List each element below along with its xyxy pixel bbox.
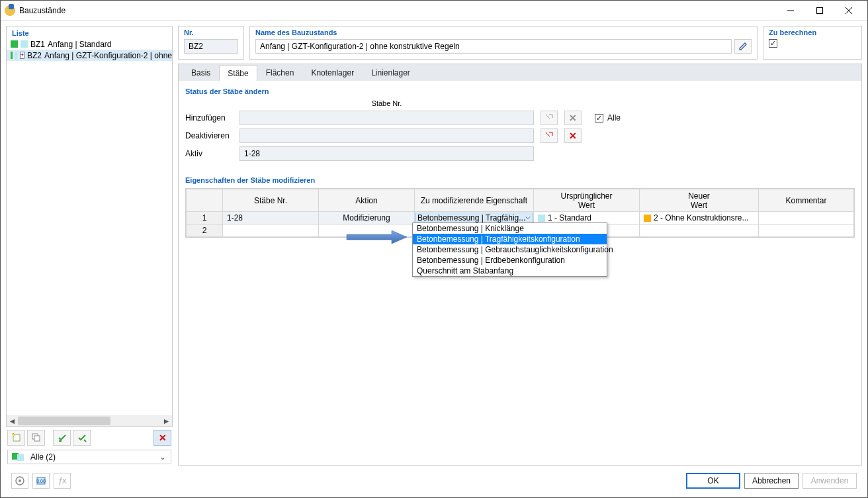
filter-row: Alle (2) ⌄ (6, 448, 173, 466)
clear-add-button[interactable]: ✕ (564, 111, 582, 125)
col-kommentar[interactable]: Kommentar (759, 189, 854, 212)
maximize-button[interactable] (805, 1, 834, 20)
cell-neu[interactable]: 2 - Ohne Konstruktionsre... (640, 212, 759, 224)
cancel-button[interactable]: Abbrechen (744, 473, 799, 489)
add-input[interactable] (239, 111, 534, 125)
status-section-title: Status der Stäbe ändern (185, 87, 855, 95)
row-number: 1 (187, 212, 223, 224)
nr-value: BZ2 (189, 42, 203, 51)
units-button[interactable]: 0,00 (32, 473, 50, 489)
modify-section-title: Eigenschaften der Stäbe modifizieren (185, 176, 855, 184)
filter-label: Alle (2) (30, 452, 56, 462)
window-title: Bauzustände (19, 6, 776, 15)
list-panel-title: Liste (7, 26, 172, 38)
staebe-nr-header: Stäbe Nr. (239, 99, 534, 107)
function-button[interactable]: ƒx (54, 473, 71, 489)
dropdown-option[interactable]: Betonbemessung | Gebrauchstauglichkeitsk… (413, 244, 607, 255)
calc-checkbox[interactable] (769, 39, 777, 48)
tab-knotenlager[interactable]: Knotenlager (302, 64, 363, 81)
pick-deactivate-button[interactable] (541, 128, 558, 143)
property-dropdown[interactable]: Betonbemessung | Tragfähig... (415, 213, 533, 223)
filter-dropdown[interactable]: Alle (2) ⌄ (7, 450, 171, 464)
name-field[interactable]: Anfang | GZT-Konfiguration-2 | ohne kons… (255, 39, 732, 54)
title-bar: Bauzustände (1, 1, 867, 21)
list-item[interactable]: BZ1 Anfang | Standard (7, 38, 172, 50)
column-header-row: Stäbe Nr. (185, 99, 855, 107)
window: Bauzustände Liste BZ1 (0, 0, 868, 498)
check-out-button[interactable] (73, 430, 91, 446)
nr-box: Nr. BZ2 (178, 26, 244, 60)
col-orig[interactable]: UrsprünglicherWert (534, 189, 640, 212)
cell-neu[interactable] (640, 224, 759, 237)
tab-bar: Basis Stäbe Flächen Knotenlager Linienla… (178, 64, 862, 81)
active-label: Aktiv (185, 149, 233, 158)
tab-flaechen[interactable]: Flächen (257, 64, 303, 81)
dropdown-option[interactable]: Querschnitt am Stabanfang (413, 266, 607, 276)
color-swatch (11, 40, 18, 48)
svg-rect-1 (817, 7, 823, 13)
list-item[interactable]: + BZ2 Anfang | GZT-Konfiguration-2 | ohn… (7, 50, 172, 61)
cell-kommentar[interactable] (759, 212, 854, 224)
tab-label: Linienlager (371, 68, 410, 77)
left-panel: Liste BZ1 Anfang | Standard + BZ2 (6, 26, 173, 466)
alle-checkbox[interactable] (595, 114, 603, 123)
check-in-button[interactable] (53, 430, 71, 446)
active-input[interactable]: 1-28 (239, 146, 534, 161)
col-eigenschaft[interactable]: Zu modifizierende Eigenschaft (415, 189, 534, 212)
color-chip (644, 215, 651, 222)
tab-label: Knotenlager (311, 68, 354, 77)
list-item-code: BZ1 (30, 40, 45, 49)
chevron-down-icon (525, 215, 531, 221)
dropdown-option[interactable]: Betonbemessung | Tragfähigkeitskonfigura… (413, 234, 607, 244)
help-button[interactable] (11, 473, 28, 489)
delete-button[interactable]: ✕ (153, 430, 171, 446)
scroll-track[interactable] (18, 415, 161, 426)
nr-field[interactable]: BZ2 (184, 39, 238, 54)
col-neu[interactable]: NeuerWert (640, 189, 759, 212)
scroll-right-button[interactable]: ► (161, 415, 172, 426)
scroll-left-button[interactable]: ◄ (7, 415, 18, 426)
horizontal-scrollbar[interactable]: ◄ ► (7, 415, 172, 426)
dialog-footer: 0,00 ƒx OK Abbrechen Anwenden (6, 470, 862, 492)
dropdown-option[interactable]: Betonbemessung | Knicklänge (413, 223, 607, 234)
deactivate-row: Deaktivieren ✕ (185, 128, 855, 143)
right-panel: Nr. BZ2 Name des Bauzustands Anfang | GZ… (178, 26, 862, 466)
cell-staebe[interactable] (223, 224, 319, 237)
scroll-thumb[interactable] (18, 417, 110, 425)
tree-expand-icon[interactable]: + (20, 52, 24, 59)
cancel-label: Abbrechen (752, 476, 791, 485)
list-item-code: BZ2 (27, 51, 42, 60)
col-staebe-nr[interactable]: Stäbe Nr. (223, 189, 319, 212)
svg-point-8 (19, 479, 21, 482)
list-toolbar: ✕ (6, 427, 173, 448)
close-button[interactable] (834, 1, 863, 20)
list-area: BZ1 Anfang | Standard + BZ2 Anfang | GZT… (7, 38, 172, 415)
edit-name-button[interactable] (734, 39, 752, 54)
minimize-button[interactable] (776, 1, 805, 20)
tab-label: Stäbe (228, 69, 248, 78)
deactivate-input[interactable] (239, 128, 534, 143)
cell-staebe[interactable]: 1-28 (223, 212, 319, 224)
active-row: Aktiv 1-28 (185, 146, 855, 161)
apply-button[interactable]: Anwenden (803, 473, 857, 489)
color-swatch (11, 52, 13, 59)
svg-rect-6 (34, 436, 40, 441)
pick-add-button[interactable] (541, 111, 558, 125)
tab-basis[interactable]: Basis (183, 64, 219, 81)
header-row: Nr. BZ2 Name des Bauzustands Anfang | GZ… (178, 26, 862, 60)
copy-button[interactable] (27, 430, 45, 446)
orig-value: 1 - Standard (548, 213, 591, 223)
cell-kommentar[interactable] (759, 224, 854, 237)
tab-staebe[interactable]: Stäbe (219, 65, 257, 81)
dropdown-option[interactable]: Betonbemessung | Erdbebenkonfiguration (413, 255, 607, 266)
ok-button[interactable]: OK (686, 473, 740, 489)
clear-deactivate-button[interactable]: ✕ (564, 128, 582, 143)
deactivate-label: Deaktivieren (185, 131, 233, 140)
new-button[interactable] (7, 430, 25, 446)
app-icon (5, 5, 15, 16)
name-box: Name des Bauzustands Anfang | GZT-Konfig… (249, 26, 758, 60)
x-icon: ✕ (159, 432, 167, 443)
col-aktion[interactable]: Aktion (319, 189, 415, 212)
cell-aktion[interactable]: Modifizierung (319, 212, 415, 224)
tab-linienlager[interactable]: Linienlager (363, 64, 419, 81)
